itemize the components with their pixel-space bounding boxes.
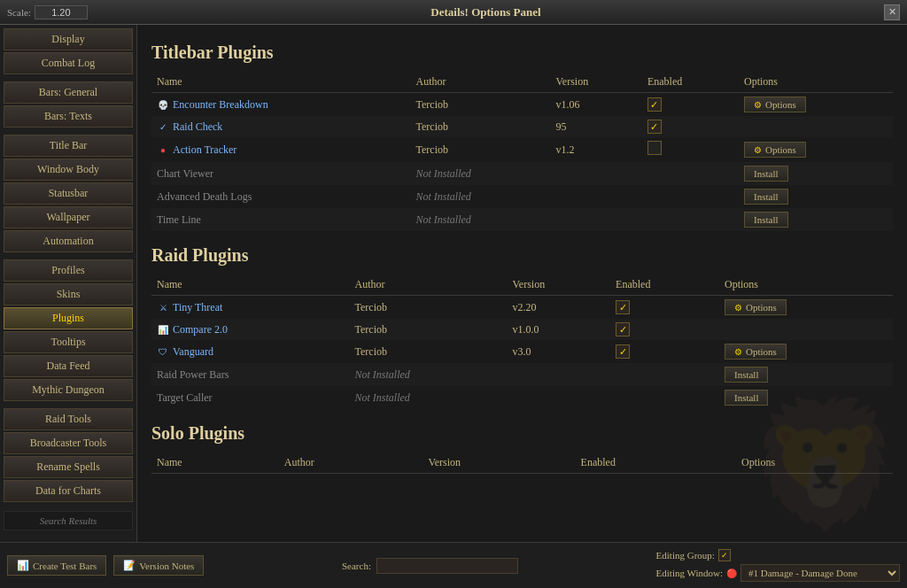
table-row: ● Action Tracker Terciob v1.2 ⚙ xyxy=(151,137,893,162)
gear-icon: ⚙ xyxy=(734,303,742,313)
search-input[interactable] xyxy=(376,558,518,574)
raid-col-version: Version xyxy=(508,275,611,296)
sidebar-item-statusbar[interactable]: Statusbar xyxy=(4,182,133,205)
plugin-enabled-encounter xyxy=(642,93,739,117)
titlebar-plugins-table: Name Author Version Enabled Options 💀 En xyxy=(151,72,893,231)
table-row: Advanced Death Logs Not Installed Instal… xyxy=(151,185,893,208)
plugin-name-compare: 📊 Compare 2.0 xyxy=(157,323,344,337)
plugin-version-encounter: v1.06 xyxy=(551,93,642,117)
sidebar-item-raid-tools[interactable]: Raid Tools xyxy=(4,408,133,430)
sidebar-item-bars-texts[interactable]: Bars: Texts xyxy=(4,105,133,128)
editing-group-checkbox[interactable] xyxy=(718,549,731,561)
table-row: 🛡 Vanguard Terciob v3.0 ⚙ Opti xyxy=(151,340,893,363)
plugin-version-target-caller xyxy=(508,386,611,409)
sidebar-item-bars-general[interactable]: Bars: General xyxy=(4,81,133,104)
plugin-options-raid-check xyxy=(739,116,893,137)
plugin-author-vanguard: Terciob xyxy=(349,340,507,363)
col-name-header: Name xyxy=(151,72,411,93)
plugin-author-target-caller: Not Installed xyxy=(349,386,507,409)
enabled-checkbox-raid-check[interactable] xyxy=(647,120,662,134)
enabled-checkbox-encounter[interactable] xyxy=(647,97,662,112)
scale-input[interactable] xyxy=(35,5,88,19)
install-button-raid-power-bars[interactable]: Install xyxy=(725,367,769,383)
install-button-chart-viewer[interactable]: Install xyxy=(744,166,788,182)
col-options-header: Options xyxy=(739,72,893,93)
scale-control: Scale: xyxy=(7,5,88,19)
red-dot-icon: ● xyxy=(157,143,169,156)
plugin-version-advanced-death xyxy=(551,185,642,208)
sidebar-item-window-body[interactable]: Window Body xyxy=(4,159,133,181)
raid-col-author: Author xyxy=(349,275,507,296)
plugin-author-action-tracker: Terciob xyxy=(411,137,551,162)
editing-group-row: Editing Group: xyxy=(656,549,900,561)
solo-col-name: Name xyxy=(151,453,279,474)
notes-icon: 📝 xyxy=(123,560,136,571)
plugin-version-chart-viewer xyxy=(551,162,642,185)
plugin-enabled-vanguard xyxy=(610,340,719,363)
sword-icon: ⚔ xyxy=(157,301,169,313)
table-row: 💀 Encounter Breakdown Terciob v1.06 ⚙ xyxy=(151,93,893,117)
plugin-enabled-advanced-death xyxy=(642,185,739,208)
install-button-target-caller[interactable]: Install xyxy=(725,390,769,406)
plugin-enabled-tiny-threat xyxy=(610,296,719,320)
table-row: ✓ Raid Check Terciob 95 xyxy=(151,116,893,137)
close-button[interactable]: ✕ xyxy=(884,4,900,20)
plugin-enabled-timeline xyxy=(642,208,739,231)
sidebar-item-mythic-dungeon[interactable]: Mythic Dungeon xyxy=(4,379,133,401)
title-bar: Scale: Details! Options Panel ✕ xyxy=(0,0,907,25)
options-button-vanguard[interactable]: ⚙ Options xyxy=(725,344,787,360)
plugin-author-tiny-threat: Terciob xyxy=(349,296,507,320)
plugin-author-chart-viewer: Not Installed xyxy=(411,162,551,185)
plugin-install-advanced-death: Install xyxy=(739,185,893,208)
check-icon: ✓ xyxy=(157,120,169,133)
sidebar-item-broadcaster-tools[interactable]: Broadcaster Tools xyxy=(4,432,133,454)
sidebar-search-results[interactable]: Search Results xyxy=(4,511,133,530)
enabled-checkbox-action-tracker[interactable] xyxy=(647,141,662,155)
plugin-version-timeline xyxy=(551,208,642,231)
create-test-bars-button[interactable]: 📊 Create Test Bars xyxy=(7,555,106,576)
sidebar-item-rename-spells[interactable]: Rename Spells xyxy=(4,456,133,478)
solo-col-author: Author xyxy=(279,453,423,474)
version-notes-button[interactable]: 📝 Version Notes xyxy=(113,555,204,576)
install-button-advanced-death[interactable]: Install xyxy=(744,189,788,205)
sidebar-item-title-bar[interactable]: Title Bar xyxy=(4,135,133,157)
plugin-author-raid-check: Terciob xyxy=(411,116,551,137)
scale-label: Scale: xyxy=(7,7,31,18)
editing-window-row: Editing Window: 🔴 #1 Damage - Damage Don… xyxy=(656,564,900,582)
options-button-encounter[interactable]: ⚙ Options xyxy=(744,97,806,112)
search-label: Search: xyxy=(342,561,371,571)
options-button-action-tracker[interactable]: ⚙ Options xyxy=(744,142,806,158)
enabled-checkbox-vanguard[interactable] xyxy=(616,344,630,359)
plugin-name-vanguard: 🛡 Vanguard xyxy=(157,345,344,359)
sidebar-item-plugins[interactable]: Plugins xyxy=(4,307,133,329)
options-button-tiny-threat[interactable]: ⚙ Options xyxy=(725,299,787,315)
plugin-author-compare: Terciob xyxy=(349,319,507,340)
sidebar-item-wallpaper[interactable]: Wallpaper xyxy=(4,206,133,228)
sidebar-item-tooltips[interactable]: Tooltips xyxy=(4,331,133,353)
window-color-icon: 🔴 xyxy=(726,569,737,578)
gear-icon: ⚙ xyxy=(754,100,762,110)
bar-chart-icon: 📊 xyxy=(157,323,169,336)
window-title: Details! Options Panel xyxy=(430,5,540,19)
plugin-version-raid-power-bars xyxy=(508,363,611,386)
enabled-checkbox-compare[interactable] xyxy=(616,322,630,337)
plugin-name-raid-check: ✓ Raid Check xyxy=(157,120,406,134)
plugin-install-timeline: Install xyxy=(739,208,893,231)
sidebar-item-combat-log[interactable]: Combat Log xyxy=(4,52,133,74)
gear-icon: ⚙ xyxy=(734,347,742,357)
sidebar-item-skins[interactable]: Skins xyxy=(4,283,133,306)
sidebar-item-data-feed[interactable]: Data Feed xyxy=(4,355,133,377)
sidebar-item-data-for-charts[interactable]: Data for Charts xyxy=(4,480,133,502)
editing-window-label: Editing Window: xyxy=(656,568,723,578)
install-button-timeline[interactable]: Install xyxy=(744,212,788,228)
plugin-enabled-compare xyxy=(610,319,719,340)
test-bars-icon: 📊 xyxy=(17,560,29,571)
sidebar: Display Combat Log Bars: General Bars: T… xyxy=(0,25,137,542)
editing-window-dropdown[interactable]: #1 Damage - Damage Done xyxy=(740,564,900,582)
solo-col-version: Version xyxy=(422,453,575,474)
plugin-name-tiny-threat: ⚔ Tiny Threat xyxy=(157,301,344,314)
sidebar-item-profiles[interactable]: Profiles xyxy=(4,259,133,282)
enabled-checkbox-tiny-threat[interactable] xyxy=(616,300,630,314)
sidebar-item-automation[interactable]: Automation xyxy=(4,230,133,252)
sidebar-item-display[interactable]: Display xyxy=(4,28,133,50)
